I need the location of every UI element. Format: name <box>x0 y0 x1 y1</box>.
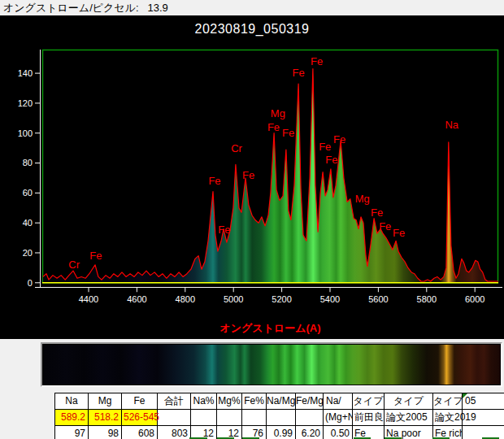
y-tick-label: 20 <box>23 248 33 258</box>
table-cell[interactable]: 608 <box>122 426 158 439</box>
table-header-cell[interactable]: タイプ <box>385 393 433 410</box>
table-cell[interactable]: 前田良 <box>353 410 385 426</box>
table-cell[interactable]: 803 <box>158 426 191 439</box>
table-header-cell[interactable]: Mg <box>89 393 122 410</box>
peak-label-fe: Fe <box>325 155 337 167</box>
table-header-cell[interactable]: Fe% <box>242 393 267 410</box>
table-header-cell[interactable]: Fe <box>122 393 158 410</box>
table-cell[interactable] <box>158 410 191 426</box>
table-row: 589.2518.2526-545(Mg+Na)前田良論文2005論文2019 <box>55 410 504 426</box>
peak-label-na: Na <box>445 120 459 132</box>
table-cell[interactable]: 589.2 <box>55 410 89 426</box>
y-tick-label: 100 <box>18 128 33 138</box>
peak-label-fe: Fe <box>208 176 220 187</box>
results-table: NaMgFe合計Na%Mg%Fe%Na/MgFe/MgNa/タイプタイプタイプ0… <box>54 393 504 439</box>
table-cell[interactable]: 97 <box>55 426 89 439</box>
peak-label-fe: Fe <box>267 122 280 133</box>
table-cell[interactable]: 0.99 <box>267 426 296 439</box>
y-tick-label: 120 <box>18 98 33 108</box>
table-cell[interactable]: 526-545 <box>122 410 158 426</box>
peak-label-fe: Fe <box>311 56 323 67</box>
table-cell[interactable] <box>267 410 296 426</box>
table-header-cell[interactable]: Na <box>55 393 89 410</box>
peak-label-fe: Fe <box>282 128 294 139</box>
peak-label-fe: Fe <box>89 250 102 262</box>
spectrum-chart-svg: 4400460048005000520054005600580060000204… <box>0 15 504 339</box>
table-cell[interactable]: 論文2005 <box>385 410 433 426</box>
table-cell[interactable] <box>296 410 324 426</box>
x-tick-label: 5000 <box>224 294 243 304</box>
spectrum-band-image <box>43 345 500 385</box>
x-tick-label: 4400 <box>79 294 98 304</box>
peak-label-fe: Fe <box>393 228 405 239</box>
table-header-cell[interactable]: Na/Mg <box>267 393 296 410</box>
y-tick-label: 80 <box>23 159 33 168</box>
table-cell[interactable] <box>242 410 267 426</box>
table-cell[interactable]: 6.20 <box>296 426 324 439</box>
x-tick-label: 5400 <box>320 294 340 304</box>
x-tick-label: 5600 <box>368 294 388 304</box>
table-header-cell[interactable]: Mg% <box>217 393 242 410</box>
peak-label-fe: Fe <box>371 207 383 219</box>
table-cell[interactable] <box>191 410 217 426</box>
table-cell[interactable]: 論文2019 <box>433 410 463 426</box>
x-tick-label: 5800 <box>417 294 437 304</box>
x-axis-title: オングストローム(A) <box>42 321 498 336</box>
peak-label-fe: Fe <box>242 171 254 182</box>
table-header-cell[interactable]: タイプ <box>433 393 463 410</box>
spectrum-fill <box>43 69 498 283</box>
x-tick-label: 4600 <box>127 294 146 304</box>
chart-title: 20230819_050319 <box>0 22 504 37</box>
angstrom-per-pixel-label: オングストローム/ピクセル: <box>3 2 139 14</box>
peak-label-fe: Fe <box>293 68 305 80</box>
x-tick-label: 6000 <box>465 294 484 304</box>
peak-label-mg: Mg <box>271 108 285 120</box>
table-header-cell[interactable]: 合計 <box>158 393 191 410</box>
x-tick-label: 4800 <box>176 294 195 304</box>
peak-label-fe: Fe <box>319 141 331 153</box>
y-tick-label: 60 <box>23 188 33 198</box>
table-cell[interactable]: 518.2 <box>89 410 122 426</box>
table-cell[interactable] <box>217 410 242 426</box>
table-cell[interactable]: 0.50 <box>324 426 353 439</box>
peak-label-mg: Mg <box>355 193 370 205</box>
peak-label-fe: Fe <box>379 222 391 233</box>
table-header-cell[interactable]: Fe/Mg <box>296 393 324 410</box>
table-cell[interactable]: (Mg+Na) <box>324 410 353 426</box>
table-header-cell[interactable]: 05 <box>463 393 504 410</box>
angstrom-per-pixel-value: 13.9 <box>147 2 167 14</box>
spectrum-band-frame <box>41 342 502 387</box>
table-cell[interactable]: 98 <box>89 426 122 439</box>
table-header-cell[interactable]: Na% <box>191 393 217 410</box>
peak-label-cr: Cr <box>231 143 242 154</box>
spectrum-chart-panel: 20230819_050319 440046004800500052005400… <box>0 15 504 339</box>
y-tick-label: 0 <box>28 278 33 288</box>
peak-label-fe: Fe <box>333 135 345 146</box>
peak-label-fe: Fe <box>218 224 230 236</box>
x-tick-label: 5200 <box>272 294 291 304</box>
peak-label-cr: Cr <box>68 259 80 271</box>
y-tick-label: 40 <box>23 218 33 228</box>
y-tick-label: 140 <box>18 68 33 78</box>
table-header-cell[interactable]: タイプ <box>353 393 385 410</box>
table-header-row: NaMgFe合計Na%Mg%Fe%Na/MgFe/MgNa/タイプタイプタイプ0… <box>55 393 504 410</box>
table-header-cell[interactable]: Na/ <box>324 393 353 410</box>
angstrom-per-pixel-readout: オングストローム/ピクセル: 13.9 <box>3 1 168 15</box>
cell-corner-marker <box>463 393 467 398</box>
